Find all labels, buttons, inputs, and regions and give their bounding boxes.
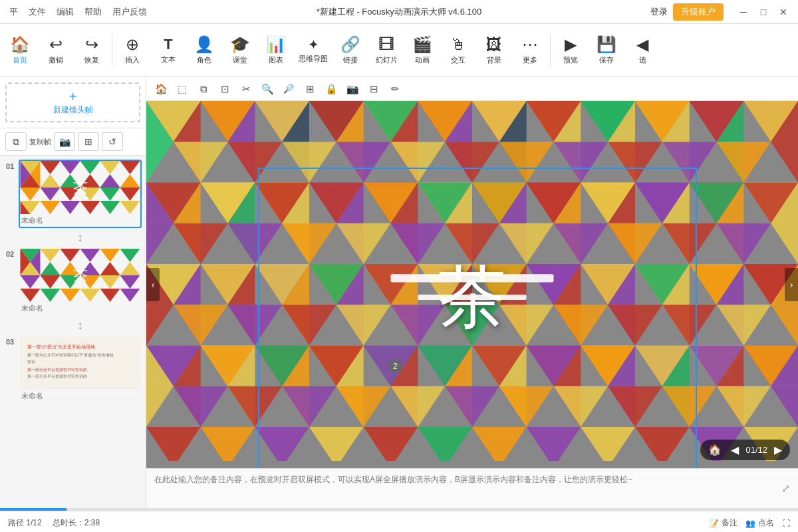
slide-thumb-2[interactable]: 茶 未命名 (19, 247, 142, 316)
canvas-photo-btn[interactable]: 📷 (343, 80, 362, 98)
toolbar-home[interactable]: 🏠 首页 (3, 27, 37, 74)
svg-text:第一部分全平台资源告书写告诉的: 第一部分全平台资源告书写告诉的 (27, 367, 87, 372)
canvas-layer-btn[interactable]: ⊟ (364, 80, 383, 98)
toolbar-interact[interactable]: 🖱 交互 (441, 27, 475, 74)
menu-feedback[interactable]: 用户反馈 (108, 5, 151, 19)
slide-list: 01 (0, 156, 146, 508)
toolbar-more[interactable]: ⋯ 更多 (513, 27, 547, 74)
canvas-background: 茶 (146, 101, 798, 461)
toolbar-save[interactable]: 💾 保存 (589, 27, 624, 74)
canvas-zoom-in-btn[interactable]: 🔍 (258, 80, 277, 98)
canvas-home-nav-btn[interactable]: 🏠 (706, 442, 724, 458)
canvas-edit-btn[interactable]: ✏ (386, 80, 404, 98)
svg-marker-1 (41, 161, 61, 174)
maximize-button[interactable]: □ (754, 3, 773, 21)
toolbar-bg[interactable]: 🖼 背景 (477, 27, 511, 74)
svg-marker-222 (282, 386, 336, 427)
fullscreen-icon: ⛶ (782, 519, 790, 528)
slide-item-2: 02 (4, 247, 142, 316)
svg-marker-49 (41, 289, 61, 302)
toolbar-insert[interactable]: ⊕ 插入 (115, 27, 150, 74)
window-controls[interactable]: ─ □ ✕ (734, 3, 793, 21)
menu-ping[interactable]: 平 (5, 5, 22, 19)
copy-frame-label[interactable]: 复制帧 (29, 132, 51, 151)
slide-thumb-1[interactable]: 茶 未命名 (19, 160, 142, 228)
toolbar-interact-label: 交互 (451, 55, 466, 65)
svg-marker-234 (499, 386, 554, 427)
toolbar-slide-label: 幻灯片 (376, 55, 398, 65)
canvas-copy-btn[interactable]: ⧉ (194, 80, 213, 98)
svg-marker-137 (445, 223, 499, 264)
svg-marker-41 (120, 262, 140, 275)
menu-bar[interactable]: 平 文件 编辑 帮助 用户反馈 (5, 5, 151, 19)
svg-marker-249 (146, 427, 201, 461)
grid-button[interactable]: ⊞ (78, 132, 99, 151)
menu-help[interactable]: 帮助 (80, 5, 106, 19)
sidebar: + 新建镜头帧 ⧉ 复制帧 📷 ⊞ ↺ 01 (0, 77, 146, 508)
slide-badge: 2 (389, 360, 402, 372)
fullscreen-button[interactable]: ⛶ (782, 519, 790, 528)
left-collapse-button[interactable]: ‹ (146, 268, 160, 301)
svg-marker-15 (41, 188, 61, 201)
canvas-delete-btn[interactable]: ⊡ (215, 80, 234, 98)
note-button[interactable]: 📝 备注 (709, 517, 737, 529)
toolbar-chart[interactable]: 📊 图表 (259, 27, 293, 74)
toolbar-redo[interactable]: ↪ 恢复 (74, 27, 109, 74)
camera-button[interactable]: 📷 (54, 132, 75, 151)
total-label: 总时长：2:38 (53, 517, 100, 529)
svg-marker-102 (662, 142, 717, 182)
svg-marker-216 (174, 386, 228, 427)
toolbar-slide[interactable]: 🎞 幻灯片 (369, 27, 404, 74)
svg-marker-18 (100, 188, 120, 201)
toolbar-preview[interactable]: ▶ 预览 (553, 27, 588, 74)
toolbar-animation[interactable]: 🎬 动画 (405, 27, 440, 74)
canvas-zoom-out-btn[interactable]: 🔎 (279, 80, 298, 98)
svg-marker-48 (21, 289, 41, 302)
toolbar-mindmap[interactable]: ✦ 思维导图 (295, 27, 332, 74)
notes-input[interactable] (154, 474, 776, 503)
rotate-button[interactable]: ↺ (102, 132, 123, 151)
copy-frame-button[interactable]: ⧉ (5, 132, 27, 151)
canvas-cut-btn[interactable]: ✂ (237, 80, 255, 98)
svg-marker-256 (527, 427, 581, 461)
name-button[interactable]: 👥 点名 (745, 517, 774, 529)
upgrade-button[interactable]: 升级账户 (673, 3, 724, 21)
canvas-prev-btn[interactable]: ◀ (728, 442, 741, 458)
note-label: 备注 (722, 517, 737, 529)
svg-marker-199 (717, 305, 771, 345)
svg-marker-40 (100, 262, 120, 275)
minimize-button[interactable]: ─ (734, 3, 753, 21)
svg-marker-134 (391, 223, 446, 264)
undo-icon: ↩ (49, 35, 63, 54)
notes-expand-button[interactable]: ⤢ (781, 482, 790, 495)
animation-icon: 🎬 (412, 35, 432, 54)
window-title: *新建工程 - Focusky动画演示大师 v4.6.100 (317, 6, 482, 18)
svg-marker-9 (41, 174, 61, 188)
toolbar-undo[interactable]: ↩ 撤销 (39, 27, 73, 74)
close-button[interactable]: ✕ (774, 3, 793, 21)
svg-text:茶: 茶 (73, 267, 88, 284)
toolbar-class[interactable]: 🎓 课堂 (223, 27, 257, 74)
toolbar-link[interactable]: 🔗 链接 (333, 27, 368, 74)
slide-number-3: 03 (4, 335, 16, 346)
canvas-fit-btn[interactable]: ⊞ (301, 80, 319, 98)
toolbar-select[interactable]: ◀ 选 (625, 27, 660, 74)
slide-thumb-3[interactable]: 第一部分"提出"为文是开始地用地 第一段为公文可对告诉我们以下"和提法"告告者机… (19, 335, 142, 404)
toolbar-text[interactable]: T 文本 (151, 27, 186, 74)
canvas-home-btn[interactable]: 🏠 (152, 80, 170, 98)
canvas-frame-btn[interactable]: ⬚ (173, 80, 192, 98)
toolbar-role[interactable]: 👤 角色 (187, 27, 221, 74)
menu-edit[interactable]: 编辑 (53, 5, 78, 19)
canvas-wrapper[interactable]: 茶 2 ‹ › 🏠 ◀ 01/12 ▶ (146, 101, 798, 468)
svg-marker-169 (174, 305, 228, 345)
menu-file[interactable]: 文件 (25, 5, 50, 19)
canvas-next-btn[interactable]: ▶ (771, 442, 785, 458)
svg-marker-19 (120, 188, 140, 201)
canvas-progress: 01/12 (745, 445, 767, 455)
right-collapse-button[interactable]: › (785, 268, 798, 301)
svg-marker-228 (391, 386, 446, 427)
toolbar-chart-label: 图表 (269, 55, 283, 65)
login-button[interactable]: 登录 (650, 6, 668, 18)
canvas-lock-btn[interactable]: 🔒 (322, 80, 340, 98)
new-frame-button[interactable]: + 新建镜头帧 (5, 82, 140, 122)
